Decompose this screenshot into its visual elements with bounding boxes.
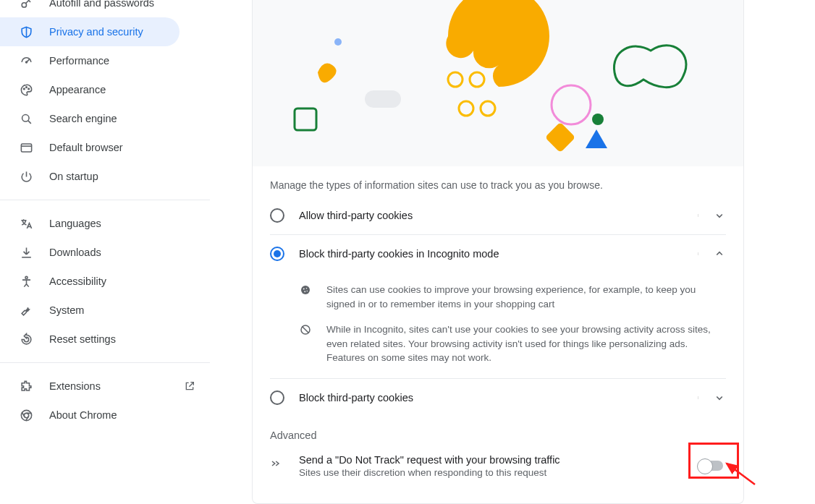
key-icon	[19, 0, 33, 10]
svg-point-2	[23, 88, 25, 90]
option-details: Sites can use cookies to improve your br…	[253, 273, 743, 378]
sidebar-item-on-startup[interactable]: On startup	[0, 162, 210, 191]
sidebar-item-performance[interactable]: Performance	[0, 46, 210, 75]
sidebar-item-extensions[interactable]: Extensions	[0, 372, 210, 401]
sidebar-item-reset[interactable]: Reset settings	[0, 325, 210, 354]
svg-point-22	[303, 289, 305, 290]
sidebar-item-label: Privacy and security	[49, 26, 143, 38]
sidebar-item-label: Autofill and passwords	[49, 0, 154, 9]
svg-point-1	[25, 61, 27, 63]
sidebar-item-about[interactable]: About Chrome	[0, 401, 210, 430]
shield-icon	[19, 25, 33, 39]
chevron-down-icon[interactable]	[713, 209, 726, 222]
svg-point-10	[448, 72, 463, 87]
settings-sidebar: Autofill and passwords Privacy and secur…	[0, 0, 210, 504]
sidebar-item-label: Appearance	[49, 84, 106, 95]
sidebar-item-default-browser[interactable]: Default browser	[0, 133, 210, 162]
speedometer-icon	[19, 54, 33, 68]
dnt-title: Send a "Do Not Track" request with your …	[299, 454, 560, 466]
dnt-toggle[interactable]	[698, 461, 723, 471]
svg-point-11	[470, 72, 484, 87]
option-block-incognito[interactable]: Block third-party cookies in Incognito m…	[253, 235, 743, 273]
intro-text: Manage the types of information sites ca…	[253, 166, 743, 197]
sidebar-item-appearance[interactable]: Appearance	[0, 75, 210, 104]
sidebar-item-search-engine[interactable]: Search engine	[0, 104, 210, 133]
block-icon	[299, 323, 313, 338]
extension-icon	[19, 379, 33, 393]
detail-text: While in Incognito, sites can't use your…	[326, 323, 726, 365]
option-label: Block third-party cookies in Incognito m…	[299, 248, 683, 260]
option-label: Block third-party cookies	[299, 392, 683, 403]
svg-point-23	[306, 288, 308, 289]
sidebar-item-label: About Chrome	[49, 409, 117, 421]
hero-illustration	[253, 0, 743, 166]
detail-text: Sites can use cookies to improve your br…	[326, 283, 726, 311]
download-icon	[19, 245, 33, 260]
wrench-icon	[19, 303, 33, 317]
translate-icon	[19, 216, 33, 231]
sidebar-item-label: Extensions	[49, 380, 101, 392]
svg-point-7	[25, 276, 27, 278]
sidebar-item-label: Search engine	[49, 113, 117, 124]
svg-rect-6	[21, 143, 31, 151]
forward-arrows-icon	[270, 457, 284, 471]
chevron-down-icon[interactable]	[713, 391, 726, 404]
cookies-settings-card: Manage the types of information sites ca…	[252, 0, 744, 504]
sidebar-item-autofill[interactable]: Autofill and passwords	[0, 0, 210, 17]
cookie-icon	[299, 283, 313, 298]
dnt-subtitle: Sites use their discretion when respondi…	[299, 467, 560, 478]
svg-point-24	[304, 291, 305, 292]
sidebar-item-label: Performance	[49, 55, 109, 67]
sidebar-item-privacy[interactable]: Privacy and security	[0, 17, 180, 46]
external-link-icon	[184, 380, 195, 392]
sidebar-item-label: Downloads	[49, 247, 101, 258]
accessibility-icon	[19, 274, 33, 289]
option-allow-cookies[interactable]: Allow third-party cookies	[253, 197, 743, 234]
svg-point-21	[301, 286, 310, 294]
sidebar-item-label: On startup	[49, 171, 98, 182]
palette-icon	[19, 82, 33, 97]
power-icon	[19, 169, 33, 184]
browser-icon	[19, 140, 33, 155]
option-block-all[interactable]: Block third-party cookies	[253, 379, 743, 417]
svg-point-3	[25, 86, 27, 87]
sidebar-item-label: Reset settings	[49, 333, 116, 345]
radio-icon	[270, 208, 284, 223]
svg-rect-18	[365, 90, 401, 108]
search-icon	[19, 111, 33, 126]
svg-point-19	[334, 38, 342, 46]
sidebar-item-label: Languages	[49, 218, 101, 229]
svg-rect-17	[295, 108, 316, 130]
svg-point-5	[22, 114, 29, 121]
svg-point-13	[481, 101, 495, 116]
svg-point-12	[459, 101, 473, 116]
sidebar-item-accessibility[interactable]: Accessibility	[0, 267, 210, 296]
chevron-up-icon[interactable]	[713, 247, 726, 260]
radio-icon	[270, 390, 284, 405]
sidebar-item-label: Accessibility	[49, 276, 106, 287]
sidebar-item-downloads[interactable]: Downloads	[0, 238, 210, 267]
svg-point-25	[307, 291, 308, 292]
option-label: Allow third-party cookies	[299, 210, 683, 221]
chrome-icon	[19, 408, 33, 422]
advanced-section-label: Advanced	[253, 417, 743, 445]
reset-icon	[19, 332, 33, 346]
svg-point-4	[28, 88, 29, 90]
svg-point-0	[22, 2, 26, 7]
radio-checked-icon	[270, 247, 284, 261]
sidebar-item-system[interactable]: System	[0, 296, 210, 325]
sidebar-item-label: System	[49, 304, 84, 316]
sidebar-item-label: Default browser	[49, 142, 123, 153]
sidebar-item-languages[interactable]: Languages	[0, 209, 210, 238]
do-not-track-row[interactable]: Send a "Do Not Track" request with your …	[253, 445, 743, 491]
